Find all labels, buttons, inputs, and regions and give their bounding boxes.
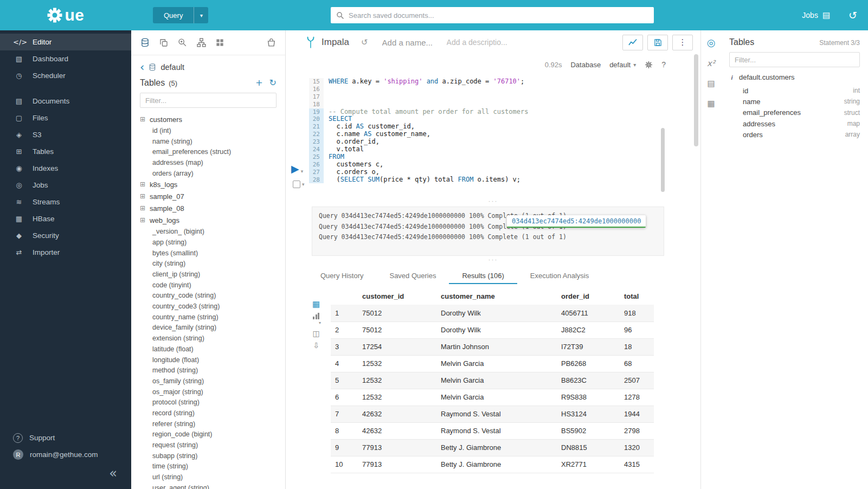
column-item[interactable]: subapp (string) xyxy=(140,451,277,461)
table-row[interactable]: 317254Martin JohnsonI72T3918 xyxy=(331,338,654,355)
column-header-order-id[interactable]: order_id xyxy=(557,287,620,305)
right-column-orders[interactable]: ordersarray xyxy=(743,129,860,140)
column-item[interactable]: device_family (string) xyxy=(140,323,277,333)
column-item[interactable]: os_family (string) xyxy=(140,376,277,387)
search-input[interactable] xyxy=(349,11,648,20)
chart-view-icon[interactable] xyxy=(313,313,319,319)
query-description-input[interactable] xyxy=(447,38,511,47)
table-row[interactable]: 275012Dorothy WilkJ882C296 xyxy=(331,321,654,338)
sidebar-item-s3[interactable]: ◈S3 xyxy=(0,126,131,143)
sidebar-item-streams[interactable]: ≋Streams xyxy=(0,194,131,210)
chart-caret-icon[interactable]: ▾ xyxy=(319,320,321,325)
hue-logo[interactable]: ue xyxy=(0,0,131,30)
column-item[interactable]: country_code (string) xyxy=(140,291,277,301)
resize-grip-top[interactable]: ··· xyxy=(286,200,700,205)
column-header-customer-name[interactable]: customer_name xyxy=(436,287,557,305)
functions-icon[interactable]: x² xyxy=(707,59,715,68)
new-query-button[interactable]: Query ▾ xyxy=(153,7,208,23)
column-item[interactable]: orders (array) xyxy=(140,168,277,179)
code-line[interactable]: 25FROM xyxy=(309,153,700,161)
user-menu[interactable]: R romain@gethue.com xyxy=(0,446,131,463)
table-row[interactable]: 512532Melvin GarciaB8623C2507 xyxy=(331,372,654,389)
column-item[interactable]: referer (string) xyxy=(140,419,277,429)
settings-gear-icon[interactable] xyxy=(645,61,653,69)
column-item[interactable]: email_preferences (struct) xyxy=(140,146,277,157)
sidebar-item-hbase[interactable]: ▦HBase xyxy=(0,210,131,227)
assist-compass-icon[interactable]: ◎ xyxy=(707,37,716,48)
execute-caret-icon[interactable]: ▾ xyxy=(301,169,304,174)
table-item-sample-07[interactable]: ⊞sample_07 xyxy=(140,190,277,202)
info-icon[interactable]: i xyxy=(729,74,735,81)
grid-view-icon[interactable]: ▦ xyxy=(312,300,320,308)
table-row[interactable]: 1077913Betty J. GiambroneXR27714315 xyxy=(331,456,654,473)
column-item[interactable]: name (string) xyxy=(140,136,277,147)
column-item[interactable]: client_ip (string) xyxy=(140,269,277,280)
code-line[interactable]: 20SELECT xyxy=(309,115,700,123)
main-scrollbar[interactable] xyxy=(694,54,698,146)
support-link[interactable]: ? Support xyxy=(0,429,131,446)
table-item-web-logs[interactable]: ⊞web_logs xyxy=(140,214,277,226)
table-row[interactable]: 842632Raymond S. VestalBS59022798 xyxy=(331,422,654,439)
table-row[interactable]: 977913Betty J. GiambroneDN88151320 xyxy=(331,439,654,456)
table-row[interactable]: 412532Melvin GarciaPB626868 xyxy=(331,355,654,372)
column-item[interactable]: request (string) xyxy=(140,440,277,451)
code-line[interactable]: 17 xyxy=(309,93,700,101)
column-item[interactable]: protocol (string) xyxy=(140,397,277,408)
resize-grip-bottom[interactable]: ··· xyxy=(286,258,700,263)
query-history-icon[interactable]: ↺ xyxy=(848,9,857,21)
code-line[interactable]: 24 v.total xyxy=(309,146,700,153)
language-reference-icon[interactable]: ▤ xyxy=(707,79,715,88)
sidebar-item-files[interactable]: ▢Files xyxy=(0,110,131,126)
code-line[interactable]: 15WHERE a.key = 'shipping' and a.zip_cod… xyxy=(309,78,700,86)
column-item[interactable]: id (int) xyxy=(140,125,277,136)
code-line[interactable]: 27 c.orders o, xyxy=(309,169,700,176)
save-button[interactable] xyxy=(647,35,668,50)
schedule-icon[interactable]: ▦ xyxy=(707,99,715,108)
tab-query-history[interactable]: Query History xyxy=(307,268,376,284)
column-item[interactable]: city (string) xyxy=(140,259,277,269)
query-name-input[interactable] xyxy=(382,38,439,47)
query-caret-icon[interactable]: ▾ xyxy=(194,7,208,23)
table-row[interactable]: 742632Raymond S. VestalHS31241944 xyxy=(331,406,654,422)
column-item[interactable]: code (tinyint) xyxy=(140,280,277,291)
column-item[interactable]: url (string) xyxy=(140,472,277,482)
query-id-tooltip[interactable]: 034d413ec7474ed5:4249de1000000000 xyxy=(507,215,646,228)
column-item[interactable]: region_code (bigint) xyxy=(140,429,277,440)
search-zoom-icon[interactable] xyxy=(178,38,187,47)
databases-source-icon[interactable] xyxy=(140,38,150,47)
column-item[interactable]: user_agent (string) xyxy=(140,482,277,489)
table-item-sample-08[interactable]: ⊞sample_08 xyxy=(140,202,277,214)
column-item[interactable]: latitude (float) xyxy=(140,344,277,355)
download-icon[interactable]: ⇩ xyxy=(313,342,319,349)
column-item[interactable]: country_name (string) xyxy=(140,312,277,323)
execute-button[interactable]: ▶ xyxy=(291,164,299,174)
code-line[interactable]: 19-- Compute total amount per order for … xyxy=(309,108,700,116)
right-column-addresses[interactable]: addressesmap xyxy=(743,118,860,129)
refresh-tables-icon[interactable]: ↻ xyxy=(269,79,277,87)
table-row[interactable]: 175012Dorothy Wilk4056711918 xyxy=(331,305,654,321)
columns-view-icon[interactable]: ◫ xyxy=(312,330,319,337)
column-header-total[interactable]: total xyxy=(620,287,654,305)
sidebar-item-scheduler[interactable]: ◷Scheduler xyxy=(0,67,131,84)
column-item[interactable]: addresses (map) xyxy=(140,157,277,168)
basket-icon[interactable] xyxy=(267,38,276,47)
code-line[interactable]: 21 c.id AS customer_id, xyxy=(309,123,700,131)
code-line[interactable]: 28 (SELECT SUM(price * qty) total FROM o… xyxy=(309,176,700,184)
column-item[interactable]: time (string) xyxy=(140,461,277,472)
code-editor[interactable]: 15WHERE a.key = 'shipping' and a.zip_cod… xyxy=(309,78,700,183)
chart-button[interactable] xyxy=(622,35,643,50)
query-button-label[interactable]: Query xyxy=(153,7,194,23)
sidebar-item-indexes[interactable]: ◉Indexes xyxy=(0,160,131,177)
database-select[interactable]: default ▾ xyxy=(609,61,636,69)
right-filter-input[interactable] xyxy=(729,52,860,67)
code-line[interactable]: 16 xyxy=(309,86,700,93)
session-refresh-icon[interactable]: ↺ xyxy=(361,37,368,47)
editor-scrollbar[interactable] xyxy=(661,128,665,192)
column-item[interactable]: _version_ (bigint) xyxy=(140,226,277,237)
sidebar-item-editor[interactable]: </>Editor xyxy=(0,34,131,50)
statement-selector-button[interactable] xyxy=(293,181,300,188)
active-table[interactable]: i default.customers xyxy=(729,73,860,81)
column-item[interactable]: extension (string) xyxy=(140,333,277,344)
table-item-customers[interactable]: ⊞customers xyxy=(140,113,277,125)
column-header-customer-id[interactable]: customer_id xyxy=(358,287,436,305)
